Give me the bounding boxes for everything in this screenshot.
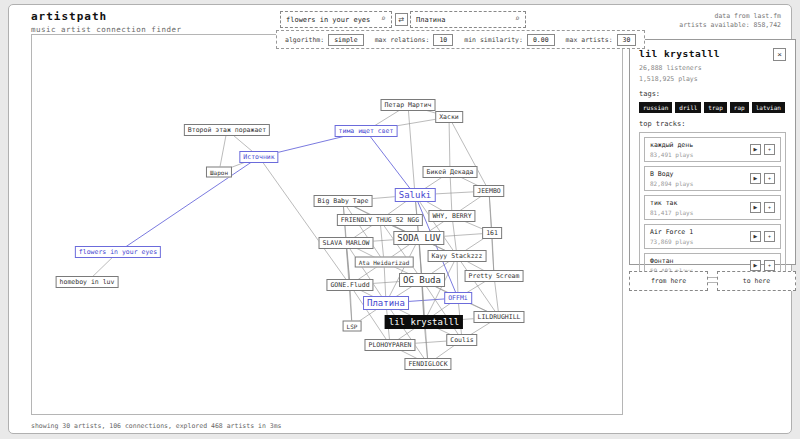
artist-name: lil krystalll: [639, 48, 720, 59]
graph-node-tima[interactable]: тима ищет свет: [335, 125, 398, 137]
control-min-similarity: min similarity: 0.00: [464, 34, 554, 46]
graph-node-platina[interactable]: Платина: [363, 296, 409, 310]
play-icon[interactable]: ▶: [750, 173, 761, 184]
graph-node-istochnik[interactable]: Источник: [239, 151, 278, 163]
graph-node-offmi[interactable]: OFFMi: [444, 292, 472, 304]
graph-node-bbt[interactable]: Big Baby Tape: [314, 195, 373, 207]
play-icon[interactable]: ▶: [750, 231, 761, 242]
tag-badge[interactable]: russian: [639, 102, 672, 113]
graph-node-lildrug[interactable]: LILDRUGHILL: [473, 311, 524, 323]
graph-node-flowers[interactable]: flowers in your eyes: [75, 246, 161, 258]
control-label: algorithm:: [285, 36, 324, 44]
max-artists-value[interactable]: 30: [617, 34, 637, 46]
graph-edges-layer: [32, 35, 622, 414]
track-row: каждый день83,491 plays▶+: [644, 137, 781, 162]
close-icon[interactable]: ×: [773, 48, 786, 61]
plus-icon[interactable]: +: [764, 260, 775, 271]
graph-node-ata[interactable]: Ata Heidarizad: [355, 257, 414, 268]
graph-node-bikey[interactable]: Бикей Декада: [423, 166, 478, 178]
control-max-relations: max relations: 10: [375, 34, 454, 46]
route-buttons: from here to here: [629, 271, 796, 291]
control-label: max relations:: [375, 36, 430, 44]
graph-edge-path: [366, 131, 415, 195]
control-max-artists: max artists: 30: [566, 34, 637, 46]
app-logo: artistpath music artist connection finde…: [31, 10, 181, 34]
track-name: тик так: [650, 199, 693, 207]
graph-node-haski[interactable]: Хаски: [435, 111, 463, 123]
track-row: В Воду82,894 plays▶+: [644, 166, 781, 191]
control-algorithm: algorithm: simple: [285, 34, 364, 46]
tag-badge[interactable]: drill: [675, 102, 701, 113]
graph-node-slava[interactable]: SLAVA MARLOW: [319, 237, 374, 249]
status-bar: showing 30 artists, 106 connections, exp…: [31, 422, 281, 430]
graph-edge-path: [118, 157, 259, 252]
top-tracks-list: каждый день83,491 plays▶+В Воду82,894 pl…: [639, 132, 786, 283]
artist-detail-panel: lil krystalll × 26,888 listeners 1,518,9…: [629, 39, 796, 265]
graph-node-kayy[interactable]: Kayy Stackzzz: [428, 250, 487, 262]
graph-canvas[interactable]: flowers in your eyeshomeboy in luvВторой…: [32, 35, 622, 414]
graph-node-jeembo[interactable]: JEEMBO: [473, 185, 504, 197]
artists-available: artists available: 858,742: [679, 21, 781, 30]
search-from-input[interactable]: [280, 11, 392, 28]
graph-node-lsp[interactable]: LSP: [343, 321, 362, 332]
app-window: artistpath music artist connection finde…: [8, 4, 792, 434]
track-name: Фонтан: [650, 257, 693, 265]
graph-node-vtoroy[interactable]: Второй этаж поражает: [184, 124, 270, 136]
graph-node-why[interactable]: WHY, BERRY: [428, 210, 475, 222]
graph-node-plohoy[interactable]: PLOHOYPAREN: [364, 339, 415, 351]
app-subtitle: music artist connection finder: [31, 25, 181, 34]
graph-edge: [408, 105, 415, 195]
tag-badge[interactable]: latvian: [752, 102, 785, 113]
search-to-input[interactable]: [410, 11, 526, 28]
graph-node-gone[interactable]: GONE.Fludd: [326, 279, 373, 291]
track-name: В Воду: [650, 170, 693, 178]
track-name: Air Force 1: [650, 228, 693, 236]
graph-node-petar[interactable]: Петар Мартич: [381, 99, 436, 111]
algorithm-value[interactable]: simple: [328, 34, 363, 46]
graph-node-ogbuda[interactable]: OG Buda: [399, 273, 445, 287]
graph-node-ftn[interactable]: FRIENDLY THUG 52 NGG: [337, 214, 423, 226]
graph-edge: [422, 280, 462, 340]
track-plays: 82,894 plays: [650, 180, 693, 187]
track-name: каждый день: [650, 141, 693, 149]
control-label: min similarity:: [464, 36, 523, 44]
graph-node-soda[interactable]: SODA LUV: [393, 231, 444, 245]
tags-label: tags:: [639, 90, 786, 98]
max-relations-value[interactable]: 10: [433, 34, 453, 46]
plus-icon[interactable]: +: [764, 173, 775, 184]
tag-badge[interactable]: rap: [730, 102, 749, 113]
play-icon[interactable]: ▶: [750, 260, 761, 271]
tag-badge[interactable]: trap: [704, 102, 726, 113]
min-similarity-value[interactable]: 0.00: [527, 34, 555, 46]
to-here-button[interactable]: to here: [717, 271, 796, 291]
plus-icon[interactable]: +: [764, 144, 775, 155]
plus-icon[interactable]: +: [764, 231, 775, 242]
graph-edge: [449, 117, 450, 172]
graph-panel: flowers in your eyeshomeboy in luvВторой…: [31, 34, 623, 415]
track-row: Air Force 173,869 plays▶+: [644, 224, 781, 249]
graph-node-lil[interactable]: lil krystalll: [385, 315, 463, 329]
graph-edge: [457, 256, 499, 317]
track-plays: 81,417 plays: [650, 209, 693, 216]
controls-bar: algorithm: simple max relations: 10 min …: [276, 30, 645, 49]
play-icon[interactable]: ▶: [750, 144, 761, 155]
data-info: data from last.fm artists available: 858…: [679, 12, 781, 30]
graph-node-saluki[interactable]: Saluki: [395, 188, 436, 202]
track-plays: 83,491 plays: [650, 151, 693, 158]
graph-node-homeboy[interactable]: homeboy in luv: [56, 276, 119, 288]
data-source: data from last.fm: [679, 12, 781, 21]
plus-icon[interactable]: +: [764, 202, 775, 213]
graph-node-sharon[interactable]: Шарон: [206, 167, 232, 178]
swap-button[interactable]: ⇄: [395, 13, 408, 26]
graph-edge: [346, 243, 386, 303]
graph-node-coulis[interactable]: Coulis: [446, 334, 477, 346]
graph-node-fendi[interactable]: FENDIGLOCK: [404, 358, 451, 370]
track-row: тик так81,417 plays▶+: [644, 195, 781, 220]
graph-node-pretty[interactable]: Pretty Scream: [465, 270, 524, 282]
control-label: max artists:: [566, 36, 613, 44]
from-here-button[interactable]: from here: [629, 271, 708, 291]
graph-node-161[interactable]: 161: [482, 227, 502, 239]
top-tracks-label: top tracks:: [639, 120, 786, 128]
play-icon[interactable]: ▶: [750, 202, 761, 213]
app-title: artistpath: [31, 10, 181, 23]
